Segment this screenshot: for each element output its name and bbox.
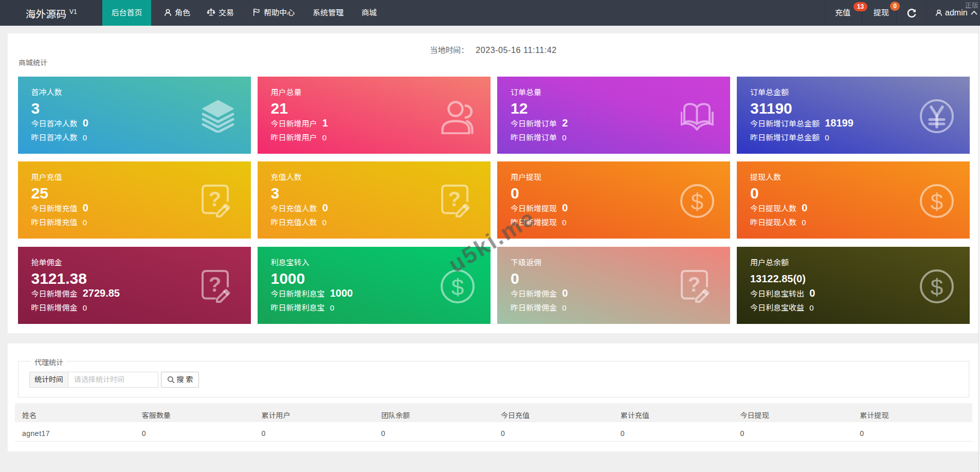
svg-text:?: ?	[208, 188, 221, 210]
svg-text:?: ?	[688, 273, 700, 296]
svg-text:$: $	[691, 189, 703, 214]
svg-text:?: ?	[448, 188, 460, 210]
svg-text:$: $	[931, 275, 943, 300]
svg-text:$: $	[931, 189, 943, 214]
svg-text:?: ?	[208, 273, 221, 296]
